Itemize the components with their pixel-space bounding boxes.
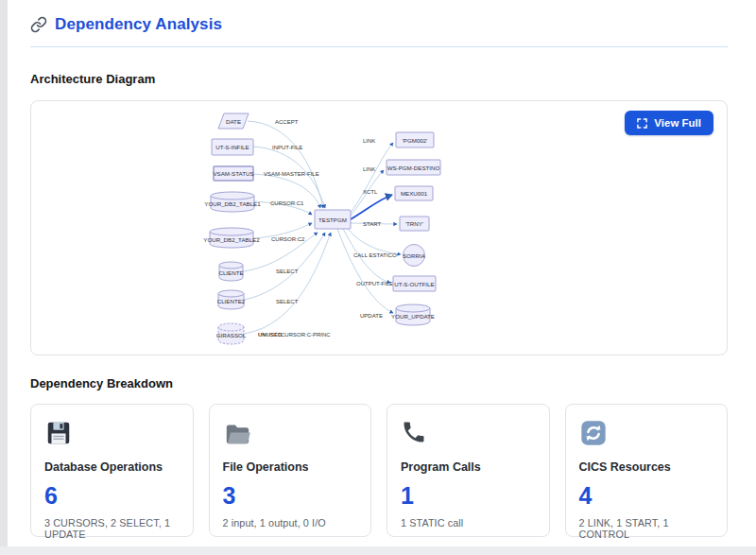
card-count: 4: [579, 482, 714, 510]
node-girassol: GIRASSOL: [216, 323, 247, 344]
edge-label: CURSOR:C2: [271, 236, 305, 242]
expand-icon: [637, 118, 647, 129]
card-count: 6: [44, 482, 180, 510]
view-full-button[interactable]: View Full: [625, 111, 713, 135]
edge-label: START: [363, 221, 381, 227]
edge-label: SELECT: [276, 269, 299, 274]
svg-text:DATE: DATE: [226, 118, 241, 125]
edge-label: XCTL: [363, 189, 378, 195]
edge-label: CURSOR:C-PRINC: [281, 332, 331, 338]
card-file-operations: File Operations 3 2 input, 1 output, 0 I…: [209, 404, 372, 537]
card-title: File Operations: [223, 460, 358, 474]
edge-label-unused: UNUSED: [258, 332, 283, 338]
svg-text:YOUR_UPDATE: YOUR_UPDATE: [391, 313, 435, 320]
node-sorria: SORRIA: [403, 245, 426, 267]
svg-text:'TRNY': 'TRNY': [405, 220, 423, 227]
svg-text:MEXU001: MEXU001: [401, 190, 428, 197]
node-your-update: YOUR_UPDATE: [391, 304, 435, 325]
card-detail: 3 CURSORS, 2 SELECT, 1 UPDATE: [44, 517, 180, 540]
edge-label: LINK: [363, 166, 375, 172]
node-trny: 'TRNY': [400, 217, 429, 231]
node-testpgm: TESTPGM: [315, 210, 351, 229]
node-your-db2-table1: YOUR_DB2_TABLE1: [204, 192, 261, 212]
card-title: CICS Resources: [579, 460, 714, 474]
card-program-calls: Program Calls 1 1 STATIC call: [387, 404, 550, 537]
svg-text:VSAM-STATUS: VSAM-STATUS: [213, 170, 253, 177]
dependency-breakdown-heading: Dependency Breakdown: [30, 376, 728, 390]
node-ut-s-infile: UT-S-INFILE: [212, 139, 253, 155]
card-detail: 1 STATIC call: [401, 517, 536, 529]
card-title: Program Calls: [401, 460, 536, 474]
folder-icon: [223, 419, 358, 447]
edge-label: LINK: [363, 138, 375, 144]
edge-label: VSAM-MASTER-FILE: [264, 171, 319, 177]
edge-input-file: [253, 147, 325, 208]
svg-text:YOUR_DB2_TABLE2: YOUR_DB2_TABLE2: [203, 236, 260, 243]
svg-text:CLIENTE: CLIENTE: [218, 269, 243, 276]
edge-label: OUTPUT-FILE: [356, 281, 393, 286]
node-cliente: CLIENTE: [218, 262, 243, 281]
page-title: Dependency Analysis: [55, 15, 222, 34]
main-content: Dependency Analysis Architecture Diagram: [30, 15, 728, 537]
page-header: Dependency Analysis: [30, 15, 728, 34]
svg-text:YOUR_DB2_TABLE1: YOUR_DB2_TABLE1: [204, 200, 261, 207]
edge-label: CALL ESTATICO: [353, 252, 397, 258]
node-vsam-status: VSAM-STATUS: [213, 166, 253, 181]
edge-update: [337, 229, 393, 313]
node-date: DATE: [218, 113, 249, 129]
svg-text:WS-PGM-DESTINO: WS-PGM-DESTINO: [387, 165, 440, 171]
card-detail: 2 input, 1 output, 0 I/O: [223, 517, 358, 529]
page-left-gutter: [0, 0, 8, 555]
svg-text:CLIENTE2: CLIENTE2: [217, 298, 246, 304]
svg-text:UT-S-INFILE: UT-S-INFILE: [215, 144, 249, 150]
edge-label: INPUT-FILE: [272, 145, 302, 150]
svg-text:UT-S-OUTFILE: UT-S-OUTFILE: [394, 281, 434, 287]
edge-label: SELECT: [276, 299, 299, 304]
svg-text:TESTPGM: TESTPGM: [318, 217, 347, 223]
node-mexu001: MEXU001: [395, 186, 433, 200]
svg-text:GIRASSOL: GIRASSOL: [216, 332, 247, 338]
edge-label: CURSOR:C1: [270, 200, 304, 206]
page-bottom-gutter: [0, 546, 756, 555]
svg-text:SORRIA: SORRIA: [403, 252, 426, 259]
architecture-diagram-heading: Architecture Diagram: [30, 72, 728, 86]
floppy-disk-icon: [44, 419, 180, 447]
breakdown-cards: Database Operations 6 3 CURSORS, 2 SELEC…: [30, 404, 728, 537]
card-count: 1: [401, 482, 536, 510]
node-cliente2: CLIENTE2: [217, 290, 246, 309]
node-ut-s-outfile: UT-S-OUTFILE: [393, 276, 436, 291]
card-title: Database Operations: [44, 460, 180, 474]
edge-link-1: [351, 143, 393, 213]
edge-label: UPDATE: [360, 313, 383, 319]
nodes: DATE UT-S-INFILE VSAM-STATUS YOUR_DB2_TA…: [203, 113, 440, 344]
svg-text:'PGM002': 'PGM002': [403, 137, 428, 144]
card-cics-resources: CICS Resources 4 2 LINK, 1 START, 1 CONT…: [565, 404, 729, 537]
architecture-diagram-panel: ACCEPT INPUT-FILE VSAM-MASTER-FILE CURSO…: [30, 100, 728, 356]
header-divider: [30, 46, 728, 47]
phone-icon: [401, 419, 536, 447]
card-detail: 2 LINK, 1 START, 1 CONTROL: [579, 517, 714, 540]
edge-label: ACCEPT: [275, 119, 299, 125]
view-full-label: View Full: [654, 117, 701, 129]
node-ws-pgm-destino: WS-PGM-DESTINO: [387, 160, 440, 175]
card-count: 3: [223, 482, 358, 510]
sync-icon: [579, 419, 714, 447]
link-icon: [30, 16, 47, 33]
edge-unused-cursor: [244, 233, 331, 334]
node-your-db2-table2: YOUR_DB2_TABLE2: [203, 228, 260, 248]
dependency-graph: ACCEPT INPUT-FILE VSAM-MASTER-FILE CURSO…: [31, 102, 727, 354]
card-database-operations: Database Operations 6 3 CURSORS, 2 SELEC…: [30, 404, 194, 537]
node-pgm002: 'PGM002': [396, 132, 434, 147]
